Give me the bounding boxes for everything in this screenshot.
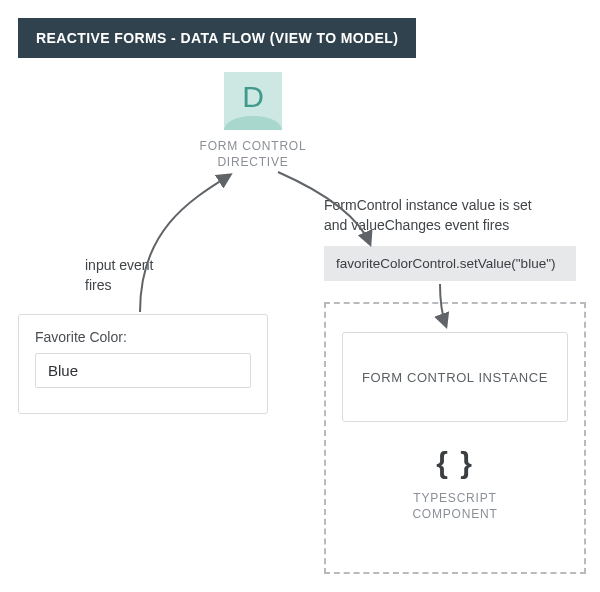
directive-letter: D (242, 80, 264, 114)
title-text: REACTIVE FORMS - DATA FLOW (VIEW TO MODE… (36, 30, 398, 46)
code-text: favoriteColorControl.setValue("blue") (336, 256, 555, 271)
component-label: TYPESCRIPT COMPONENT (342, 490, 568, 522)
form-control-instance: FORM CONTROL INSTANCE (342, 332, 568, 422)
directive-icon: D (224, 72, 282, 130)
directive-label: FORM CONTROL DIRECTIVE (178, 138, 328, 170)
description-input-event: input event fires (85, 256, 205, 295)
braces-icon: { } (342, 448, 568, 478)
input-view-card: Favorite Color: Blue (18, 314, 268, 414)
form-control-directive: D FORM CONTROL DIRECTIVE (178, 72, 328, 170)
input-field: Blue (35, 353, 251, 388)
diagram-title: REACTIVE FORMS - DATA FLOW (VIEW TO MODE… (18, 18, 416, 58)
directive-icon-wave (224, 116, 282, 130)
input-label: Favorite Color: (35, 329, 251, 345)
input-value: Blue (48, 362, 78, 379)
code-snippet: favoriteColorControl.setValue("blue") (324, 246, 576, 281)
description-value-set: FormControl instance value is set and va… (324, 196, 574, 235)
typescript-component-panel: FORM CONTROL INSTANCE { } TYPESCRIPT COM… (324, 302, 586, 574)
